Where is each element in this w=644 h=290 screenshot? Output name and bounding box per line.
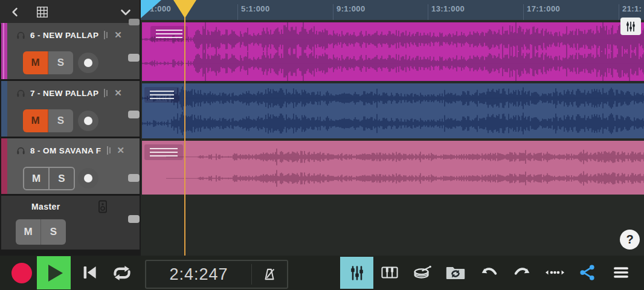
master-track-header[interactable]: Master M S bbox=[1, 196, 140, 250]
mute-solo-group: M S bbox=[23, 109, 73, 132]
ruler-tick: 5:1:000 bbox=[237, 4, 270, 20]
record-button[interactable] bbox=[11, 263, 32, 283]
ruler-tick: 17:1:000 bbox=[523, 4, 560, 20]
audio-clip-track-8[interactable] bbox=[142, 141, 644, 195]
more-dots-icon bbox=[544, 266, 565, 279]
piano-keyboard-icon bbox=[380, 264, 399, 281]
redo-arrow-icon bbox=[512, 264, 532, 281]
audio-track-icon bbox=[16, 146, 26, 156]
record-arm-dot-icon bbox=[84, 117, 92, 125]
menu-button[interactable] bbox=[609, 260, 633, 285]
share-icon bbox=[578, 263, 596, 282]
mute-solo-group: M S bbox=[16, 219, 66, 245]
rewind-to-start-button[interactable] bbox=[79, 262, 100, 283]
track-color-strip bbox=[1, 138, 7, 194]
row-resize-handle[interactable] bbox=[128, 174, 140, 182]
share-button[interactable] bbox=[575, 260, 599, 285]
audio-clip-track-6[interactable] bbox=[142, 22, 644, 81]
close-track-icon[interactable]: ✕ bbox=[114, 30, 122, 40]
drums-button[interactable] bbox=[411, 260, 435, 285]
track-header-8[interactable]: 8 - OM SAVANA F ✕ M S bbox=[7, 138, 140, 194]
play-icon bbox=[48, 265, 63, 282]
metronome-button[interactable] bbox=[252, 266, 287, 282]
text-cursor-icon bbox=[106, 146, 112, 155]
waveform-canvas bbox=[142, 141, 644, 195]
mute-solo-group: M S bbox=[23, 51, 73, 74]
close-track-icon[interactable]: ✕ bbox=[114, 88, 122, 98]
piano-roll-button[interactable] bbox=[378, 260, 402, 285]
waveform-canvas bbox=[142, 83, 644, 138]
sidebar-header bbox=[0, 0, 140, 24]
rewind-icon bbox=[80, 263, 98, 282]
time-value: 2:4:247 bbox=[146, 265, 251, 284]
metronome-icon bbox=[262, 266, 277, 282]
speaker-icon bbox=[98, 200, 108, 213]
clip-grip-handle[interactable] bbox=[144, 87, 179, 103]
loop-browser-button[interactable] bbox=[443, 260, 468, 285]
folder-sync-icon bbox=[445, 263, 466, 282]
help-button[interactable]: ? bbox=[620, 230, 640, 250]
grid-icon[interactable] bbox=[35, 5, 50, 19]
record-arm-dot-icon bbox=[84, 59, 92, 67]
record-arm-button[interactable] bbox=[78, 168, 98, 188]
record-arm-dot-icon bbox=[84, 174, 92, 182]
time-display[interactable]: 2:4:247 bbox=[145, 260, 288, 289]
hamburger-menu-icon bbox=[612, 265, 630, 280]
mute-button[interactable]: M bbox=[16, 219, 41, 245]
track-color-strip bbox=[1, 81, 7, 137]
loop-toggle-button[interactable] bbox=[110, 261, 134, 285]
track-name[interactable]: 6 - NEW PALLAP bbox=[30, 31, 98, 40]
track-name[interactable]: 8 - OM SAVANA F bbox=[30, 146, 101, 155]
mute-solo-group: M S bbox=[23, 167, 75, 190]
mute-button[interactable]: M bbox=[23, 51, 48, 74]
close-track-icon[interactable]: ✕ bbox=[117, 145, 125, 156]
audio-track-icon bbox=[16, 30, 26, 40]
mixer-button-active[interactable] bbox=[340, 257, 373, 289]
record-arm-button[interactable] bbox=[78, 111, 98, 131]
record-arm-button[interactable] bbox=[78, 53, 98, 73]
row-resize-handle[interactable] bbox=[128, 54, 140, 62]
more-options-button[interactable] bbox=[543, 260, 567, 285]
audio-clip-track-7[interactable] bbox=[142, 83, 644, 138]
undo-button[interactable] bbox=[477, 260, 501, 285]
transport-toolbar: 2:4:247 bbox=[0, 256, 644, 290]
loop-repeat-icon bbox=[111, 263, 133, 283]
help-icon: ? bbox=[626, 233, 633, 246]
undo-arrow-icon bbox=[480, 264, 499, 281]
ruler-tick: 9:1:000 bbox=[333, 4, 365, 20]
back-icon[interactable] bbox=[8, 5, 22, 19]
play-button[interactable] bbox=[37, 256, 71, 289]
collapse-chevron-down-icon[interactable] bbox=[118, 5, 133, 19]
solo-button[interactable]: S bbox=[48, 51, 73, 74]
redo-button[interactable] bbox=[510, 260, 534, 285]
playhead-line[interactable] bbox=[184, 0, 185, 256]
solo-button[interactable]: S bbox=[48, 109, 73, 132]
timeline-ruler[interactable]: 1:000 5:1:000 9:1:000 13:1:000 17:1:000 … bbox=[141, 0, 644, 20]
track-name[interactable]: 7 - NEW PALLAP bbox=[30, 89, 98, 98]
text-cursor-icon bbox=[103, 88, 109, 98]
clip-grip-handle[interactable] bbox=[150, 26, 188, 42]
waveform-canvas bbox=[142, 22, 644, 81]
sidebar-scrollbar-thumb[interactable] bbox=[129, 19, 140, 25]
track-color-strip bbox=[1, 23, 7, 79]
faders-icon bbox=[624, 21, 637, 33]
row-resize-handle[interactable] bbox=[128, 111, 140, 118]
row-resize-handle[interactable] bbox=[128, 215, 140, 223]
solo-button[interactable]: S bbox=[50, 168, 74, 189]
mute-button[interactable]: M bbox=[24, 168, 50, 189]
audio-track-icon bbox=[16, 88, 26, 98]
faders-icon bbox=[348, 265, 366, 282]
text-cursor-icon bbox=[103, 30, 109, 40]
mixer-quick-button[interactable] bbox=[620, 18, 641, 35]
daw-multitrack-screen: 1:000 5:1:000 9:1:000 13:1:000 17:1:000 … bbox=[0, 0, 644, 290]
mute-button[interactable]: M bbox=[23, 109, 48, 132]
ruler-tick: 13:1:000 bbox=[428, 4, 465, 20]
track-header-7[interactable]: 7 - NEW PALLAP ✕ M S bbox=[7, 81, 140, 137]
solo-button[interactable]: S bbox=[41, 219, 66, 245]
clip-grip-handle[interactable] bbox=[144, 144, 183, 160]
drum-icon bbox=[413, 263, 433, 282]
master-label: Master bbox=[31, 202, 60, 211]
track-header-6[interactable]: 6 - NEW PALLAP ✕ M S bbox=[7, 23, 140, 79]
